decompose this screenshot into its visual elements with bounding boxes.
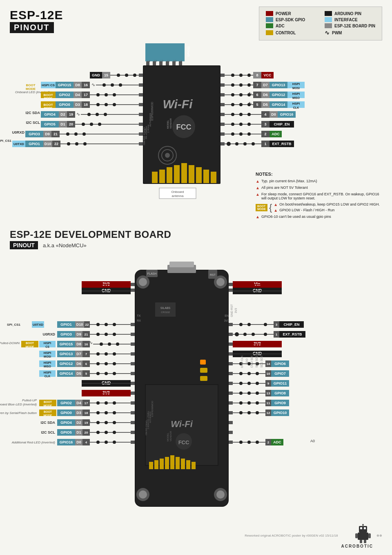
svg-text:HSPI: HSPI xyxy=(44,341,51,345)
svg-text:U0TXD: U0TXD xyxy=(33,323,43,327)
svg-text:SPI_CS1: SPI_CS1 xyxy=(7,323,20,327)
svg-text:22: 22 xyxy=(54,142,58,146)
svg-text:11: 11 xyxy=(267,401,270,405)
svg-rect-313 xyxy=(229,382,233,385)
svg-text:MODEL: MODEL xyxy=(167,432,169,441)
svg-text:D0: D0 xyxy=(271,112,276,116)
svg-text:MOSI: MOSI xyxy=(44,355,51,358)
svg-text:GPIO5: GPIO5 xyxy=(44,122,56,126)
svg-point-552 xyxy=(256,411,259,414)
svg-text:Driven by Serial/Flash button: Driven by Serial/Flash button xyxy=(0,411,37,415)
svg-rect-309 xyxy=(229,342,233,346)
svg-text:22: 22 xyxy=(85,323,89,327)
svg-text:Onboard: Onboard xyxy=(171,190,184,194)
svg-text:D0: D0 xyxy=(76,440,81,444)
svg-text:21: 21 xyxy=(85,333,88,336)
svg-rect-283 xyxy=(176,457,180,469)
svg-text:GPIO7: GPIO7 xyxy=(274,371,286,376)
svg-text:Onboard Blue-LED (inverted): Onboard Blue-LED (inverted) xyxy=(0,403,37,406)
svg-text:VCC: VCC xyxy=(263,73,272,77)
legend-adc: ADC xyxy=(266,23,316,28)
legend-power-label: POWER xyxy=(276,11,291,16)
svg-rect-264 xyxy=(155,302,176,317)
svg-point-93 xyxy=(96,103,100,106)
svg-point-146 xyxy=(247,74,251,77)
svg-point-180 xyxy=(239,103,243,106)
svg-text:MODE: MODE xyxy=(44,107,53,110)
svg-text:D4: D4 xyxy=(76,401,81,405)
svg-text:Wi-Fi: Wi-Fi xyxy=(171,419,193,429)
svg-rect-579 xyxy=(360,540,362,543)
svg-text:D9: D9 xyxy=(45,132,50,136)
svg-text:ADC: ADC xyxy=(273,440,281,444)
svg-text:GPIO3: GPIO3 xyxy=(60,332,72,336)
svg-text:20: 20 xyxy=(69,122,73,126)
svg-text:D4: D4 xyxy=(75,93,80,97)
dev-aka: a.k.a «NodeMCU» xyxy=(43,242,87,248)
svg-rect-233 xyxy=(158,43,165,61)
svg-point-153 xyxy=(239,83,243,87)
legend-pwm: ∿ PWM xyxy=(325,29,375,36)
svg-text:CLK: CLK xyxy=(45,375,50,378)
svg-point-582 xyxy=(362,524,364,526)
svg-text:SD1 SD0: SD1 SD0 xyxy=(260,356,263,367)
legend: POWER ARDUINO PIN ESP-SDK GPIO INTERFACE… xyxy=(259,7,382,40)
svg-point-392 xyxy=(96,362,100,365)
svg-text:18: 18 xyxy=(84,103,88,107)
svg-text:I2C SCL: I2C SCL xyxy=(26,121,40,125)
svg-text:14: 14 xyxy=(147,60,150,63)
note-3: ▲ For sleep mode, connect GPIO16 and EXT… xyxy=(256,192,382,200)
svg-point-51 xyxy=(117,74,120,77)
svg-point-219 xyxy=(227,142,231,146)
svg-point-534 xyxy=(239,392,243,395)
svg-rect-318 xyxy=(229,431,233,434)
svg-text:GPIO14: GPIO14 xyxy=(272,103,285,107)
svg-text:16: 16 xyxy=(84,83,88,87)
svg-text:U0RXD: U0RXD xyxy=(12,130,24,134)
svg-point-439 xyxy=(96,411,100,414)
svg-rect-294 xyxy=(131,323,135,326)
svg-text:GPIO13: GPIO13 xyxy=(60,352,73,356)
svg-point-127 xyxy=(66,132,69,136)
svg-point-426 xyxy=(113,401,116,405)
svg-rect-307 xyxy=(229,323,233,326)
svg-rect-227 xyxy=(145,43,152,61)
svg-text:13: 13 xyxy=(267,392,270,395)
svg-text:D3: D3 xyxy=(76,411,81,415)
legend-arduino-color xyxy=(325,11,332,16)
note-6: ▲ GPIO6-10 can't be used as usual gpio p… xyxy=(256,215,382,219)
svg-rect-6 xyxy=(139,113,143,116)
svg-point-363 xyxy=(116,342,119,346)
svg-text:D2: D2 xyxy=(60,112,65,116)
svg-text:ADC: ADC xyxy=(272,132,280,136)
svg-rect-230 xyxy=(152,43,158,61)
svg-text:SPI_CS1: SPI_CS1 xyxy=(0,139,12,143)
svg-text:D5: D5 xyxy=(76,371,81,376)
note-1-text: Typ. pin current 6mA (Max. 12mA) xyxy=(261,179,317,184)
svg-point-406 xyxy=(105,372,108,375)
svg-point-476 xyxy=(96,441,100,444)
svg-text:A0: A0 xyxy=(310,439,315,443)
svg-text:4: 4 xyxy=(85,441,87,444)
legend-adc-color xyxy=(266,23,273,28)
legend-esp-sdk: ESP-SDK GPIO xyxy=(266,17,316,22)
svg-text:GPIO2: GPIO2 xyxy=(59,93,70,97)
svg-point-144 xyxy=(231,74,234,77)
svg-text:BOOT: BOOT xyxy=(26,83,35,87)
svg-point-195 xyxy=(247,113,251,116)
svg-text:BOOT: BOOT xyxy=(44,401,52,403)
svg-text:GPIO5: GPIO5 xyxy=(60,430,72,434)
svg-text:MOSI: MOSI xyxy=(292,87,300,90)
svg-text:∿: ∿ xyxy=(248,91,252,96)
svg-text:BOOT: BOOT xyxy=(43,93,53,97)
svg-point-495 xyxy=(235,332,239,336)
svg-point-221 xyxy=(243,142,247,145)
svg-point-466 xyxy=(105,431,108,434)
svg-rect-576 xyxy=(358,533,368,540)
svg-point-455 xyxy=(113,421,116,424)
svg-point-154 xyxy=(247,83,251,87)
legend-board-pin-color xyxy=(325,23,332,28)
svg-text:GPIO15: GPIO15 xyxy=(58,83,71,87)
svg-point-253 xyxy=(216,278,225,286)
svg-point-496 xyxy=(243,333,247,336)
